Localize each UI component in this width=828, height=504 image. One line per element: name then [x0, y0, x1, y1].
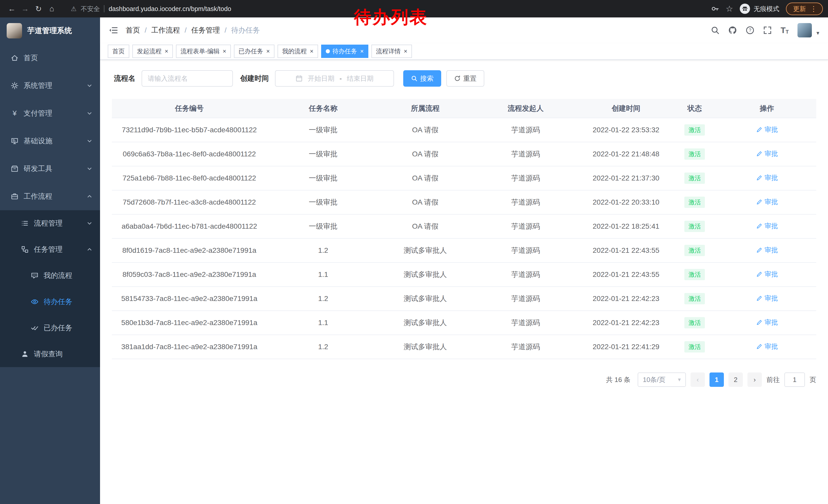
approve-link-label: 审批 [764, 173, 778, 182]
sidebar-item-task-management[interactable]: 任务管理 [0, 236, 100, 263]
tab-label: 流程表单-编辑 [180, 47, 219, 55]
fullscreen-icon[interactable] [763, 26, 772, 35]
tab-close-icon[interactable]: × [223, 48, 226, 54]
sidebar-item-payment[interactable]: ¥ 支付管理 [0, 99, 100, 127]
sidebar-item-infrastructure[interactable]: 基础设施 [0, 127, 100, 155]
cell-created: 2022-01-22 18:25:41 [580, 214, 672, 238]
tab-done-task[interactable]: 已办任务 × [234, 45, 275, 58]
col-created: 创建时间 [580, 99, 672, 118]
reset-button[interactable]: 重置 [446, 70, 484, 87]
cell-initiator: 芋道源码 [471, 287, 580, 311]
cell-task-name: 一级审批 [267, 142, 379, 166]
tab-home[interactable]: 首页 [108, 45, 129, 58]
browser-back-button[interactable]: ← [5, 2, 18, 15]
approve-link[interactable]: 审批 [756, 222, 778, 230]
approve-link[interactable]: 审批 [756, 270, 778, 279]
top-navbar: 首页 / 工作流程 / 任务管理 / 待办任务 ? [100, 17, 828, 43]
user-avatar[interactable] [797, 23, 812, 37]
col-action: 操作 [718, 99, 816, 118]
breadcrumb-item[interactable]: 工作流程 [151, 26, 180, 35]
cell-status: 激活 [672, 311, 717, 335]
chevron-down-icon: ▾ [678, 376, 681, 383]
refresh-icon [454, 75, 461, 82]
cell-created: 2022-01-22 21:48:48 [580, 142, 672, 166]
cell-action: 审批 [718, 263, 816, 287]
next-page-button[interactable]: › [747, 372, 762, 387]
cell-action: 审批 [718, 287, 816, 311]
tab-close-icon[interactable]: × [310, 48, 314, 54]
password-key-icon[interactable] [711, 5, 719, 13]
approve-link[interactable]: 审批 [756, 294, 778, 303]
avatar-caret-icon[interactable]: ▾ [817, 30, 819, 37]
pagination: 共 16 条 10条/页 ▾ ‹ 1 2 › 前往 页 [112, 372, 816, 387]
sidebar-item-process-management[interactable]: 流程管理 [0, 210, 100, 236]
sidebar-item-my-process[interactable]: 我的流程 [0, 263, 100, 289]
text-size-icon[interactable]: TT [781, 26, 789, 34]
approve-link[interactable]: 审批 [756, 197, 778, 207]
search-button[interactable]: 搜索 [403, 70, 441, 87]
page-size-select[interactable]: 10条/页 ▾ [638, 372, 686, 387]
svg-text:?: ? [749, 28, 751, 33]
security-label[interactable]: 不安全 [81, 5, 100, 13]
app-logo[interactable]: 芋道管理系统 [0, 17, 100, 44]
sidebar-item-todo-task[interactable]: 待办任务 [0, 289, 100, 315]
breadcrumb-item[interactable]: 首页 [126, 26, 140, 35]
browser-reload-button[interactable]: ↻ [32, 2, 45, 15]
app-title: 芋道管理系统 [27, 26, 72, 36]
browser-menu-icon[interactable]: ⋮ [810, 5, 817, 13]
tab-form-edit[interactable]: 流程表单-编辑 × [176, 45, 231, 58]
search-button-label: 搜索 [420, 74, 433, 83]
approve-link[interactable]: 审批 [756, 125, 778, 134]
cell-task-id: 381aa1dd-7ac8-11ec-a9e2-a2380e71991a [112, 335, 267, 359]
approve-link[interactable]: 审批 [756, 149, 778, 158]
sidebar-item-home[interactable]: 首页 [0, 44, 100, 72]
approve-link[interactable]: 审批 [756, 318, 778, 327]
search-icon[interactable] [711, 26, 719, 35]
sidebar-collapse-icon[interactable] [109, 26, 118, 35]
github-icon[interactable] [728, 26, 737, 35]
sidebar-item-workflow[interactable]: 工作流程 [0, 183, 100, 210]
chevron-down-icon [87, 138, 92, 144]
sidebar-item-label: 系统管理 [24, 81, 82, 91]
sidebar-item-leave-query[interactable]: 请假查询 [0, 341, 100, 367]
approve-link[interactable]: 审批 [756, 245, 778, 255]
date-range-picker[interactable]: 开始日期 - 结束日期 [275, 70, 394, 87]
sidebar-item-system[interactable]: 系统管理 [0, 72, 100, 99]
approve-link[interactable]: 审批 [756, 173, 778, 182]
table-row: 069c6a63-7b8a-11ec-8ef0-acde48001122 一级审… [112, 142, 816, 166]
tab-label: 待办任务 [332, 47, 357, 55]
url-text[interactable]: dashboard.yudao.iocoder.cn/bpm/task/todo [109, 5, 231, 12]
page-button-2[interactable]: 2 [729, 372, 743, 387]
sidebar-item-done-task[interactable]: 已办任务 [0, 315, 100, 341]
col-status: 状态 [672, 99, 717, 118]
breadcrumb-item[interactable]: 任务管理 [191, 26, 220, 35]
help-icon[interactable]: ? [746, 26, 754, 35]
tab-close-icon[interactable]: × [360, 48, 364, 54]
tab-my-process[interactable]: 我的流程 × [278, 45, 318, 58]
prev-page-button[interactable]: ‹ [691, 372, 705, 387]
cell-initiator: 芋道源码 [471, 311, 580, 335]
pagination-total: 共 16 条 [606, 375, 630, 384]
cell-task-name: 一级审批 [267, 190, 379, 214]
tab-close-icon[interactable]: × [404, 48, 407, 54]
update-button[interactable]: 更新 ⋮ [786, 3, 823, 15]
tab-todo-task[interactable]: 待办任务 × [321, 45, 368, 58]
process-name-input[interactable] [141, 70, 233, 87]
browser-home-button[interactable]: ⌂ [45, 2, 58, 15]
tab-label: 我的流程 [282, 47, 307, 55]
tab-process-detail[interactable]: 流程详情 × [371, 45, 412, 58]
start-date-placeholder: 开始日期 [308, 74, 334, 83]
approve-link[interactable]: 审批 [756, 342, 778, 351]
tab-close-icon[interactable]: × [266, 48, 270, 54]
cell-action: 审批 [718, 238, 816, 263]
tab-label: 首页 [112, 47, 125, 55]
goto-page-input[interactable] [784, 372, 805, 387]
sidebar-item-devtools[interactable]: 研发工具 [0, 155, 100, 183]
bookmark-star-icon[interactable]: ☆ [726, 4, 733, 13]
browser-forward-button[interactable]: → [18, 2, 32, 15]
tab-close-icon[interactable]: × [165, 48, 168, 54]
cell-action: 审批 [718, 190, 816, 214]
cell-task-name: 1.2 [267, 238, 379, 263]
page-button-1[interactable]: 1 [709, 372, 724, 387]
tab-start-process[interactable]: 发起流程 × [132, 45, 173, 58]
